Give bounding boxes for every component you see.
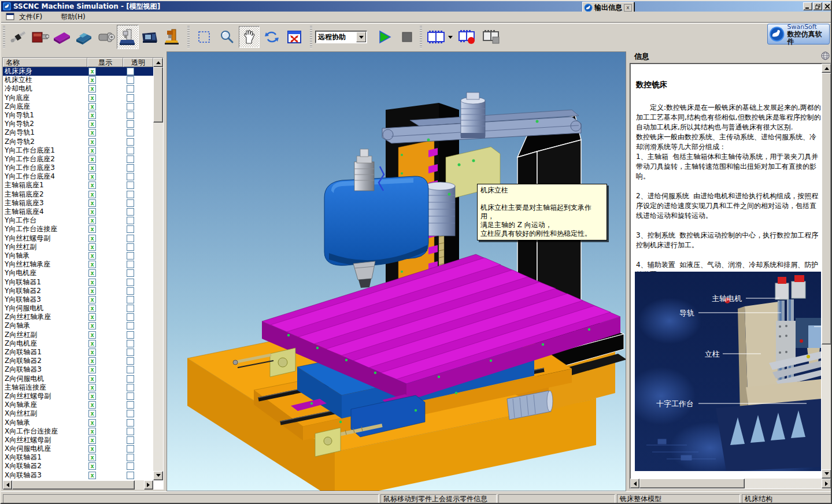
- transparent-checkbox[interactable]: [127, 199, 134, 207]
- toolbar-gripper[interactable]: [3, 26, 5, 48]
- transparent-checkbox[interactable]: [127, 428, 134, 435]
- toolbar-gripper[interactable]: [187, 26, 190, 48]
- display-checkbox[interactable]: [88, 252, 96, 260]
- display-checkbox[interactable]: [88, 366, 96, 373]
- display-checkbox[interactable]: [88, 428, 96, 435]
- minimize-button[interactable]: [803, 2, 812, 10]
- transparent-checkbox[interactable]: [127, 164, 134, 172]
- table-row[interactable]: Y向底座: [3, 94, 153, 102]
- display-checkbox[interactable]: [88, 269, 96, 277]
- scroll-up-button[interactable]: [153, 58, 163, 67]
- transparent-checkbox[interactable]: [127, 401, 134, 409]
- transparent-checkbox[interactable]: [127, 322, 134, 329]
- display-checkbox[interactable]: [88, 112, 96, 119]
- transparent-checkbox[interactable]: [127, 454, 134, 461]
- display-checkbox[interactable]: [88, 147, 96, 154]
- table-row[interactable]: Z向丝杠轴承座: [3, 313, 153, 321]
- display-checkbox[interactable]: [88, 462, 96, 470]
- display-checkbox[interactable]: [88, 191, 96, 198]
- table-row[interactable]: Y向联轴器2: [3, 287, 153, 295]
- table-row[interactable]: 机床立柱: [3, 76, 153, 84]
- display-checkbox[interactable]: [88, 208, 96, 216]
- table-row[interactable]: Y向工作台底座1: [3, 146, 153, 155]
- table-row[interactable]: Y向轴承: [3, 251, 153, 260]
- display-checkbox[interactable]: [88, 375, 96, 383]
- display-checkbox[interactable]: [88, 199, 96, 207]
- lathe-icon[interactable]: [139, 25, 161, 49]
- table-row[interactable]: X向轴承座: [3, 401, 153, 409]
- table-row[interactable]: X向丝杠副: [3, 409, 153, 418]
- toolbar-gripper[interactable]: [310, 26, 312, 48]
- vertical-scroll-thumb[interactable]: [153, 67, 163, 123]
- table-row[interactable]: Y向联轴器1: [3, 278, 153, 287]
- transparent-checkbox[interactable]: [127, 103, 134, 110]
- model-viewport[interactable]: 机床立柱 机床立柱主要是对主轴箱起到支承作用， 满足主轴的 Z 向运动， 立柱应…: [167, 51, 626, 491]
- toolbar-gripper[interactable]: [420, 26, 422, 48]
- display-checkbox[interactable]: [88, 155, 96, 163]
- display-checkbox[interactable]: [88, 217, 96, 224]
- table-row[interactable]: Z向丝杠螺母副: [3, 392, 153, 401]
- table-row[interactable]: Z向导轨1: [3, 128, 153, 137]
- spindle-head-icon[interactable]: [29, 25, 51, 49]
- remote-assist-combobox[interactable]: 远程协助: [315, 31, 367, 43]
- table-row[interactable]: X向丝杠螺母副: [3, 436, 153, 444]
- rotate-icon[interactable]: [261, 26, 282, 48]
- transparent-checkbox[interactable]: [127, 357, 134, 365]
- table-row[interactable]: Z向联轴器2: [3, 357, 153, 365]
- table-row[interactable]: Y向工作台底座2: [3, 155, 153, 164]
- info-scroll-down-button[interactable]: [822, 469, 831, 479]
- display-checkbox[interactable]: [88, 472, 96, 479]
- display-checkbox[interactable]: [88, 313, 96, 321]
- milling-machine-icon[interactable]: [117, 25, 139, 49]
- table-row[interactable]: X向伺服电机座: [3, 444, 153, 453]
- display-checkbox[interactable]: [88, 235, 96, 242]
- transparent-checkbox[interactable]: [127, 384, 134, 391]
- transparent-checkbox[interactable]: [127, 138, 134, 146]
- table-row[interactable]: Z向联轴器1: [3, 348, 153, 357]
- display-checkbox[interactable]: [88, 287, 96, 295]
- table-row[interactable]: Y向丝杠轴承座: [3, 260, 153, 269]
- fit-view-icon[interactable]: [284, 26, 305, 48]
- table-row[interactable]: Y向工作台底座4: [3, 172, 153, 181]
- transparent-checkbox[interactable]: [127, 208, 134, 216]
- table-row[interactable]: Z向电机座: [3, 339, 153, 348]
- table-row[interactable]: X向工作台连接座: [3, 427, 153, 436]
- stop-icon[interactable]: [397, 26, 417, 48]
- display-checkbox[interactable]: [88, 410, 96, 417]
- play-icon[interactable]: [374, 26, 395, 48]
- table-row[interactable]: X向联轴器3: [3, 471, 153, 480]
- film-icon[interactable]: [425, 26, 447, 48]
- display-checkbox[interactable]: [88, 68, 96, 75]
- transparent-checkbox[interactable]: [127, 410, 134, 417]
- transparent-checkbox[interactable]: [127, 68, 134, 75]
- info-vertical-scroll-thumb[interactable]: [822, 73, 831, 344]
- display-checkbox[interactable]: [88, 384, 96, 391]
- transparent-checkbox[interactable]: [127, 269, 134, 277]
- film-stop-icon[interactable]: [480, 26, 502, 48]
- transparent-checkbox[interactable]: [127, 173, 134, 180]
- column-header-transparent[interactable]: 透明: [123, 58, 153, 67]
- transparent-checkbox[interactable]: [127, 279, 134, 286]
- ballscrew-icon[interactable]: [7, 25, 29, 49]
- table-row[interactable]: 主轴箱连接座: [3, 383, 153, 392]
- display-checkbox[interactable]: [88, 445, 96, 453]
- transparent-checkbox[interactable]: [127, 181, 134, 189]
- transparent-checkbox[interactable]: [127, 76, 134, 84]
- table-row[interactable]: Y向导轨1: [3, 111, 153, 120]
- table-row[interactable]: Z向导轨2: [3, 138, 153, 146]
- transparent-checkbox[interactable]: [127, 129, 134, 136]
- info-horizontal-scroll-thumb[interactable]: [639, 479, 745, 488]
- horizontal-scroll-thumb[interactable]: [12, 480, 135, 490]
- column-header-name[interactable]: 名称: [3, 58, 87, 67]
- display-checkbox[interactable]: [88, 76, 96, 84]
- transparent-checkbox[interactable]: [127, 243, 134, 251]
- info-scroll-left-button[interactable]: [630, 479, 639, 488]
- table-row[interactable]: Z向轴承: [3, 321, 153, 330]
- restore-button[interactable]: [813, 2, 822, 10]
- document-icon[interactable]: [6, 13, 15, 21]
- table-row[interactable]: 主轴箱底座3: [3, 199, 153, 207]
- globe-icon[interactable]: [821, 51, 830, 60]
- display-checkbox[interactable]: [88, 436, 96, 444]
- worktable-icon[interactable]: [51, 25, 73, 49]
- transparent-checkbox[interactable]: [127, 349, 134, 356]
